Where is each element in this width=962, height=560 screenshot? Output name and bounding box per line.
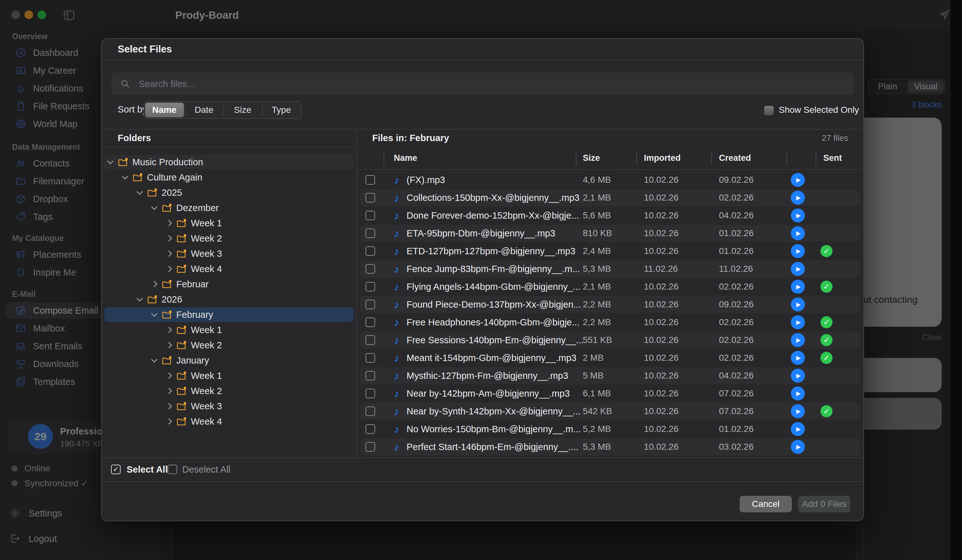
folder-tree-row-februar[interactable]: Februar: [102, 277, 356, 292]
chevron-icon[interactable]: [165, 387, 173, 395]
folder-tree-row-week-2[interactable]: Week 2: [102, 231, 356, 246]
chevron-icon[interactable]: [121, 173, 129, 182]
folder-tree-row-week-4[interactable]: Week 4: [102, 261, 356, 277]
play-button[interactable]: ▶: [791, 333, 805, 347]
file-row[interactable]: ♪ Perfect Start-146bpm-Em-@bigjenny__...…: [356, 438, 864, 456]
file-checkbox[interactable]: [366, 371, 375, 380]
play-button[interactable]: ▶: [791, 440, 805, 454]
column-header-imported[interactable]: Imported: [644, 147, 681, 169]
play-button[interactable]: ▶: [791, 280, 805, 294]
cancel-button[interactable]: Cancel: [740, 496, 792, 512]
file-row[interactable]: ♪ Collections-150bpm-Xx-@bigjenny__.mp3 …: [356, 189, 864, 207]
play-button[interactable]: ▶: [791, 298, 805, 311]
play-button[interactable]: ▶: [791, 191, 805, 205]
search-input[interactable]: [138, 72, 839, 95]
folder-tree-row-culture-again[interactable]: Culture Again: [102, 170, 356, 185]
folder-tree-row-week-4[interactable]: Week 4: [102, 414, 356, 429]
file-row[interactable]: ♪ Flying Angels-144bpm-Gbm-@bigjenny_...…: [356, 278, 864, 296]
deselect-all-checkbox[interactable]: [168, 465, 177, 474]
folder-tree-row-week-3[interactable]: Week 3: [102, 246, 356, 261]
folder-tree-row-2025[interactable]: 2025: [102, 185, 356, 200]
file-row[interactable]: ♪ Near by-Synth-142bpm-Xx-@bigjenny__...…: [356, 402, 864, 420]
file-checkbox[interactable]: [366, 193, 375, 203]
file-row[interactable]: ♪ Free Sessions-140bpm-Em-@bigjenny__...…: [356, 331, 864, 349]
play-button[interactable]: ▶: [791, 173, 805, 187]
chevron-icon[interactable]: [165, 219, 173, 227]
file-row[interactable]: ♪ ETD-127bpm-127bpm-@bigjenny__.mp3 2,4 …: [356, 242, 864, 260]
sort-option-date[interactable]: Date: [185, 102, 224, 118]
chevron-icon[interactable]: [165, 372, 173, 380]
file-row[interactable]: ♪ Free Headphones-140bpm-Gbm-@bigje... 2…: [356, 313, 864, 331]
sort-option-name[interactable]: Name: [145, 103, 184, 117]
file-checkbox[interactable]: [366, 264, 375, 274]
chevron-icon[interactable]: [165, 402, 173, 410]
play-button[interactable]: ▶: [791, 226, 805, 240]
file-row[interactable]: ♪ (FX).mp3 4,6 MB 10.02.26 09.02.26 ▶ ✓: [356, 171, 864, 189]
play-button[interactable]: ▶: [791, 422, 805, 436]
play-button[interactable]: ▶: [791, 315, 805, 329]
play-button[interactable]: ▶: [791, 369, 805, 383]
folder-tree-row-week-2[interactable]: Week 2: [102, 383, 356, 399]
play-button[interactable]: ▶: [791, 386, 805, 401]
column-header-name[interactable]: Name: [394, 147, 417, 169]
chevron-icon[interactable]: [136, 295, 144, 304]
column-header-size[interactable]: Size: [583, 147, 600, 169]
file-checkbox[interactable]: [366, 246, 375, 256]
chevron-icon[interactable]: [165, 326, 173, 334]
folder-tree-row-week-1[interactable]: Week 1: [102, 216, 356, 231]
sort-option-type[interactable]: Type: [262, 102, 301, 118]
folder-tree-row-february[interactable]: February: [102, 307, 356, 322]
chevron-icon[interactable]: [165, 417, 173, 426]
play-button[interactable]: ▶: [791, 209, 805, 222]
chevron-icon[interactable]: [165, 249, 173, 258]
file-checkbox[interactable]: [366, 282, 375, 291]
file-checkbox[interactable]: [366, 389, 375, 398]
file-row[interactable]: ♪ ETA-95bpm-Dbm-@bigjenny__.mp3 810 KB 1…: [356, 224, 864, 242]
file-checkbox[interactable]: [366, 353, 375, 363]
file-checkbox[interactable]: [366, 317, 375, 327]
add-files-button[interactable]: Add 0 Files: [798, 496, 851, 512]
file-checkbox[interactable]: [366, 335, 375, 345]
chevron-icon[interactable]: [150, 356, 158, 365]
folder-tree-row-week-3[interactable]: Week 3: [102, 399, 356, 414]
folder-tree-row-week-1[interactable]: Week 1: [102, 368, 356, 383]
file-checkbox[interactable]: [366, 211, 375, 220]
select-all-checkbox[interactable]: ✓: [111, 465, 121, 474]
file-checkbox[interactable]: [366, 175, 375, 185]
folder-tree-row-january[interactable]: January: [102, 353, 356, 368]
folder-tree-row-week-1[interactable]: Week 1: [102, 322, 356, 338]
chevron-icon[interactable]: [165, 234, 173, 243]
folder-tree-row-week-2[interactable]: Week 2: [102, 338, 356, 353]
file-row[interactable]: ♪ No Worries-150bpm-Bm-@bigjenny__.m... …: [356, 420, 864, 438]
file-checkbox[interactable]: [366, 229, 375, 238]
file-row[interactable]: ♪ Meant it-154bpm-Gbm-@bigjenny__.mp3 2 …: [356, 349, 864, 367]
play-button[interactable]: ▶: [791, 404, 805, 418]
sort-option-size[interactable]: Size: [223, 102, 262, 118]
folder-tree-row-2026[interactable]: 2026: [102, 292, 356, 307]
folder-tree-row-dezember[interactable]: Dezember: [102, 200, 356, 216]
show-selected-only-checkbox[interactable]: [764, 106, 774, 115]
file-checkbox[interactable]: [366, 407, 375, 416]
column-header-created[interactable]: Created: [719, 147, 751, 169]
chevron-icon[interactable]: [106, 158, 115, 166]
chevron-icon[interactable]: [165, 341, 173, 349]
file-row[interactable]: ♪ Done Forever-demo-152bpm-Xx-@bigje... …: [356, 207, 864, 224]
file-checkbox[interactable]: [366, 442, 375, 452]
chevron-icon[interactable]: [165, 265, 173, 273]
music-note-icon: ♪: [394, 349, 399, 367]
play-button[interactable]: ▶: [791, 262, 805, 276]
chevron-icon[interactable]: [136, 188, 144, 197]
file-row[interactable]: ♪ Found Piece-Demo-137bpm-Xx-@bigjen... …: [356, 296, 864, 313]
file-checkbox[interactable]: [366, 300, 375, 309]
folder-tree-row-music-production[interactable]: Music Production: [102, 154, 356, 170]
play-button[interactable]: ▶: [791, 351, 805, 365]
file-checkbox[interactable]: [366, 424, 375, 434]
file-row[interactable]: ♪ Fence Jump-83bpm-Fm-@bigjenny__.m... 5…: [356, 260, 864, 278]
chevron-icon[interactable]: [150, 280, 158, 288]
file-row[interactable]: ♪ Mysthic-127bpm-Fm-@bigjenny__.mp3 5 MB…: [356, 367, 864, 385]
play-button[interactable]: ▶: [791, 244, 805, 258]
file-row[interactable]: ♪ Near by-142bpm-Am-@bigjenny__.mp3 6,1 …: [356, 385, 864, 402]
chevron-icon[interactable]: [150, 311, 158, 319]
column-header-sent[interactable]: Sent: [823, 147, 842, 169]
chevron-icon[interactable]: [150, 204, 158, 212]
